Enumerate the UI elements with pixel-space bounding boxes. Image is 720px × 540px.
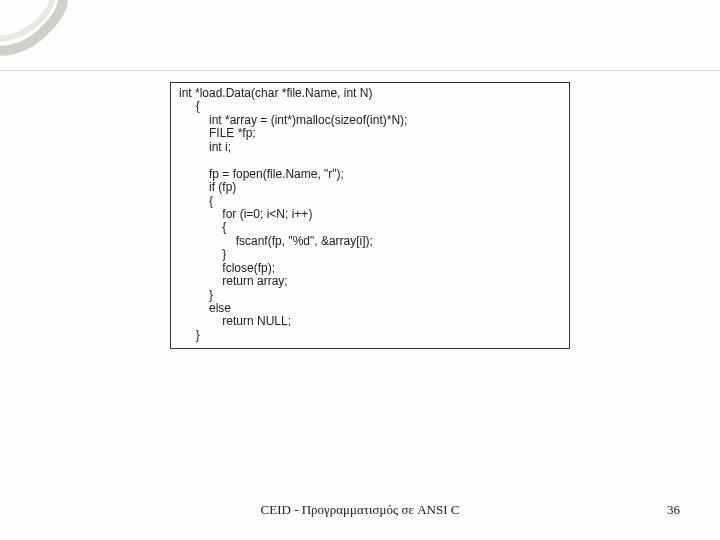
code-line: fscanf(fp, "%d", &array[i]); [179,234,373,248]
header-divider [0,70,720,71]
code-listing-box: int *load.Data(char *file.Name, int N) {… [170,82,570,349]
code-line: fp = fopen(file.Name, "r"); [179,167,344,181]
code-line: for (i=0; i<N; i++) [179,207,312,221]
code-listing: int *load.Data(char *file.Name, int N) {… [179,87,561,342]
code-line: else [179,301,231,315]
code-line: fclose(fp); [179,261,275,275]
code-line: return array; [179,274,288,288]
slide-footer: CEID - Προγραμματισμός σε ANSI C 36 [0,502,720,522]
code-line: } [179,288,213,302]
slide-corner-ornament [0,0,110,60]
code-line: { [179,194,213,208]
footer-text: CEID - Προγραμματισμός σε ANSI C [261,502,460,518]
code-line: { [179,99,200,113]
page-number: 36 [667,502,680,518]
code-line: int *load.Data(char *file.Name, int N) [179,86,372,100]
code-line: } [179,328,200,342]
code-line: return NULL; [179,314,291,328]
code-line: FILE *fp; [179,126,256,140]
code-line: if (fp) [179,180,236,194]
code-line: { [179,220,226,234]
code-line: int i; [179,140,231,154]
code-line: int *array = (int*)malloc(sizeof(int)*N)… [179,113,407,127]
code-line: } [179,247,226,261]
